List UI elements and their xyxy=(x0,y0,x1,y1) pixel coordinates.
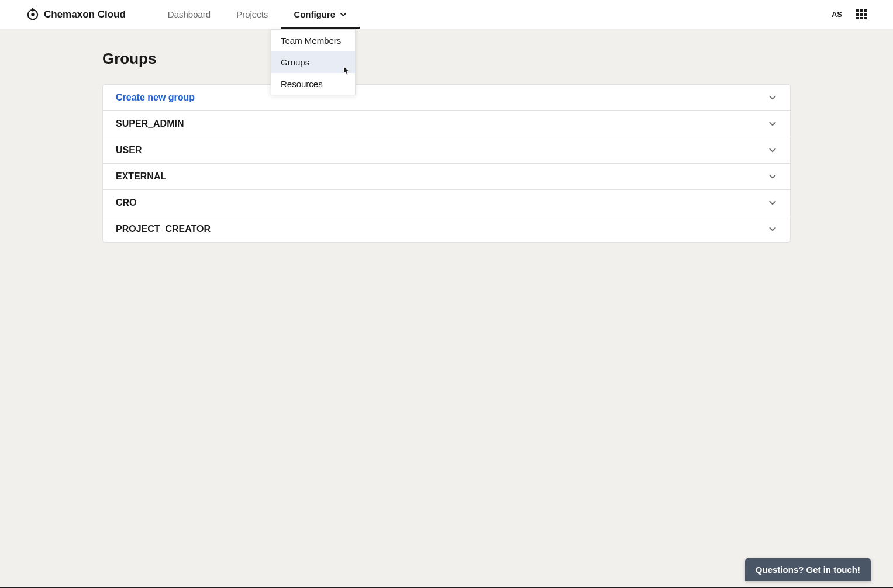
dropdown-item-resources[interactable]: Resources xyxy=(271,73,355,95)
header-right: AS xyxy=(832,9,867,20)
apps-grid-icon[interactable] xyxy=(856,9,867,20)
configure-dropdown: Team Members Groups Resources xyxy=(271,29,356,95)
app-header: Chemaxon Cloud Dashboard Projects Config… xyxy=(0,0,893,29)
nav-tab-label: Dashboard xyxy=(168,9,211,19)
page-title: Groups xyxy=(102,50,791,68)
svg-point-1 xyxy=(31,13,35,16)
chevron-down-icon xyxy=(768,146,777,155)
chevron-down-icon xyxy=(340,11,347,18)
group-name: CRO xyxy=(116,198,137,208)
chevron-down-icon xyxy=(768,119,777,129)
dropdown-item-label: Resources xyxy=(281,79,323,89)
dropdown-item-groups[interactable]: Groups xyxy=(271,51,355,73)
create-new-group-label: Create new group xyxy=(116,92,195,103)
nav-tab-projects[interactable]: Projects xyxy=(223,0,281,29)
group-name: SUPER_ADMIN xyxy=(116,119,184,129)
group-name: USER xyxy=(116,145,142,155)
chevron-down-icon xyxy=(768,224,777,234)
group-row[interactable]: SUPER_ADMIN xyxy=(103,111,790,137)
nav-tabs: Dashboard Projects Configure xyxy=(155,0,360,29)
nav-tab-label: Configure xyxy=(294,9,335,19)
brand-text: Chemaxon Cloud xyxy=(44,9,126,20)
dropdown-item-label: Team Members xyxy=(281,36,341,46)
support-button-label: Questions? Get in touch! xyxy=(756,565,860,575)
dropdown-item-label: Groups xyxy=(281,57,309,67)
chevron-down-icon xyxy=(768,172,777,181)
nav-tab-label: Projects xyxy=(236,9,268,19)
nav-tab-dashboard[interactable]: Dashboard xyxy=(155,0,223,29)
chevron-down-icon xyxy=(768,198,777,207)
brand-area[interactable]: Chemaxon Cloud xyxy=(26,8,126,21)
main-content: Groups Create new group SUPER_ADMIN USER… xyxy=(0,29,893,263)
chevron-down-icon xyxy=(768,93,777,102)
dropdown-item-team-members[interactable]: Team Members xyxy=(271,30,355,51)
group-row[interactable]: USER xyxy=(103,137,790,164)
create-new-group-row[interactable]: Create new group xyxy=(103,85,790,111)
support-button[interactable]: Questions? Get in touch! xyxy=(745,558,871,581)
nav-tab-configure[interactable]: Configure xyxy=(281,0,360,29)
user-avatar-initials[interactable]: AS xyxy=(832,10,842,19)
groups-panel: Create new group SUPER_ADMIN USER EXTERN… xyxy=(102,84,791,243)
brand-logo-icon xyxy=(26,8,39,21)
group-row[interactable]: PROJECT_CREATOR xyxy=(103,216,790,242)
group-name: EXTERNAL xyxy=(116,171,166,182)
group-row[interactable]: CRO xyxy=(103,190,790,216)
group-name: PROJECT_CREATOR xyxy=(116,224,211,234)
group-row[interactable]: EXTERNAL xyxy=(103,164,790,190)
